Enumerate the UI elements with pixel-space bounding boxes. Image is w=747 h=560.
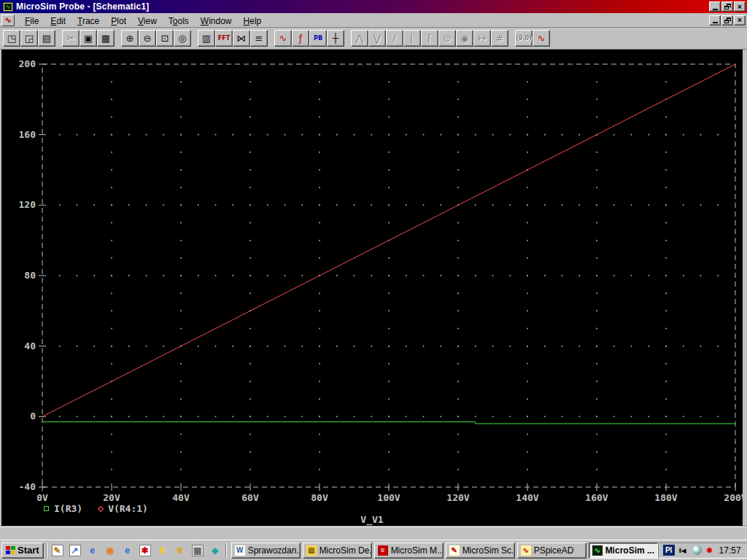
print-button[interactable]: ▤ [38,30,55,47]
child-restore-button[interactable] [721,15,733,26]
cursor-toggle-button[interactable]: ┼ [327,30,344,47]
quicklaunch-diamond-button[interactable]: ◈ [207,542,223,559]
x-log-scale-button[interactable]: ▥ [198,30,215,47]
volume-icon[interactable]: ◄ [679,546,688,555]
add-trace-button[interactable]: ∿ [274,30,292,47]
quicklaunch-winamp-icon: ↯ [157,545,169,556]
menu-help[interactable]: Help [238,15,268,28]
performance-analysis-button[interactable]: ⋈ [233,30,250,47]
task-sprawozdanie[interactable]: WSprawozdan... [231,542,301,559]
toolbar-group: (9,0)∿ [515,30,550,47]
task-pspicead[interactable]: ∿PSpiceAD [517,542,587,559]
task-sprawozdanie-icon: W [235,545,245,556]
quicklaunch-desktop-doc-button[interactable]: ✎ [50,542,66,559]
toolbar: ◳◲▤✂▣▦⊕⊖⊡◎▥FFT⋈≡∿ƒPB┼⋀⋁∕⌊⌈⊙◉↦#(9,0)∿ [0,28,747,50]
minimize-icon [713,9,718,10]
quicklaunch-paint-splat-button[interactable]: ✱ [137,542,153,559]
quicklaunch-tv-button[interactable]: ▦ [190,542,206,559]
document-window-icon[interactable]: ∿ [1,15,15,26]
svg-text:20V: 20V [103,492,120,503]
window-title: MicroSim Probe - [Schematic1] [16,1,150,12]
start-button[interactable]: Start [1,542,44,559]
menu-plot[interactable]: Plot [105,15,132,28]
status-bar [0,526,747,540]
legend-item-vr4[interactable]: V(R4:1) [98,503,148,514]
menu-tools[interactable]: Tools [163,15,195,28]
quicklaunch-desktop-doc-icon: ✎ [52,545,63,556]
task-microsim-schematics-icon: ✎ [449,545,460,556]
zoom-out-button[interactable]: ⊖ [139,30,156,47]
menu-bar: ∿ FileEditTracePlotViewToolsWindowHelp × [0,13,747,28]
svg-text:40V: 40V [172,492,190,503]
quicklaunch-channels-button[interactable]: ↗ [67,542,83,559]
menu-trace[interactable]: Trace [71,15,105,28]
task-button-label: PSpiceAD [534,545,574,556]
task-button-label: Sprawozdan... [248,545,301,556]
cd-player-icon[interactable] [692,545,702,555]
cursor-trough-button: ⋁ [368,30,386,47]
virus-scanner-icon[interactable]: ✹ [706,546,713,555]
plot-area: 20016012080400-400V20V40V60V80V100V120V1… [1,50,743,526]
quicklaunch-internet-explorer-icon: e [87,545,98,556]
task-button-label: MicroSim De... [320,545,372,556]
svg-text:0: 0 [30,411,36,421]
zoom-area-button[interactable]: ⊡ [156,30,174,47]
svg-text:80V: 80V [311,492,328,503]
task-microsim-probe[interactable]: ∿MicroSim ... [589,542,658,559]
quicklaunch-outlook-express-icon: e [122,545,133,556]
legend-item-ir3[interactable]: I(R3) [44,503,82,514]
svg-text:60V: 60V [241,492,259,503]
child-minimize-button[interactable] [709,15,721,26]
copy-button[interactable]: ▣ [80,30,97,47]
menu-file[interactable]: File [19,15,44,28]
quicklaunch-internet-explorer-button[interactable]: e [85,542,101,559]
task-microsim-message[interactable]: ≡MicroSim M... [374,542,444,559]
waveform-chart: 20016012080400-400V20V40V60V80V100V120V1… [1,50,743,526]
toolbar-group: ▥FFT⋈≡ [198,30,268,47]
task-button-label: MicroSim Sc... [462,545,515,556]
trace-marker-square-icon [44,506,49,511]
quicklaunch-outlook-express-button[interactable]: e [120,542,136,559]
child-close-button[interactable]: × [734,15,746,26]
taskbar-buttons: WSprawozdan...▤MicroSim De...≡MicroSim M… [231,542,658,559]
text-label-button[interactable]: PB [309,30,327,47]
quicklaunch-paint-splat-icon: ✱ [139,545,151,556]
mark-data-points-button[interactable]: ∿ [533,30,550,47]
quicklaunch-lightning-button[interactable]: ↯ [172,542,188,559]
append-file-button[interactable]: ◲ [20,30,38,47]
cursor-next-button: ↦ [473,30,491,47]
language-indicator[interactable]: Pl [663,545,675,556]
trace-legend: I(R3) V(R4:1) [44,503,148,514]
quicklaunch-lightning-icon: ↯ [174,545,186,556]
svg-text:120: 120 [19,199,36,210]
task-microsim-designlab[interactable]: ▤MicroSim De... [303,542,372,559]
task-button-label: MicroSim M... [391,545,444,556]
cut-button: ✂ [62,30,80,47]
toolbar-group: ⊕⊖⊡◎ [121,30,191,47]
cursor-peak-button: ⋀ [351,30,368,47]
open-button[interactable]: ◳ [3,30,20,47]
task-button-label: MicroSim ... [605,545,654,556]
restore-button[interactable] [721,1,733,12]
windows-logo-icon [6,546,15,554]
title-bar: ∿ MicroSim Probe - [Schematic1] × [0,0,747,13]
paste-button[interactable]: ▦ [97,30,115,47]
menu-edit[interactable]: Edit [44,15,71,28]
task-microsim-schematics[interactable]: ✎MicroSim Sc... [446,542,515,559]
menu-view[interactable]: View [132,15,163,28]
y-log-scale-button[interactable]: ≡ [250,30,268,47]
zoom-in-button[interactable]: ⊕ [121,30,139,47]
quicklaunch-media-player-button[interactable]: ◉ [102,542,118,559]
zoom-fit-button[interactable]: ◎ [174,30,191,47]
quicklaunch-winamp-button[interactable]: ↯ [155,542,171,559]
menu-window[interactable]: Window [195,15,238,28]
close-button[interactable]: × [734,1,746,12]
eval-goal-function-button[interactable]: ƒ [292,30,309,47]
trace-marker-diamond-icon [98,505,104,511]
svg-text:160V: 160V [585,492,608,503]
svg-text:120V: 120V [446,492,469,503]
task-microsim-designlab-icon: ▤ [306,545,317,556]
fft-button[interactable]: FFT [215,30,233,47]
app-icon: ∿ [3,2,13,12]
minimize-button[interactable] [709,1,721,12]
